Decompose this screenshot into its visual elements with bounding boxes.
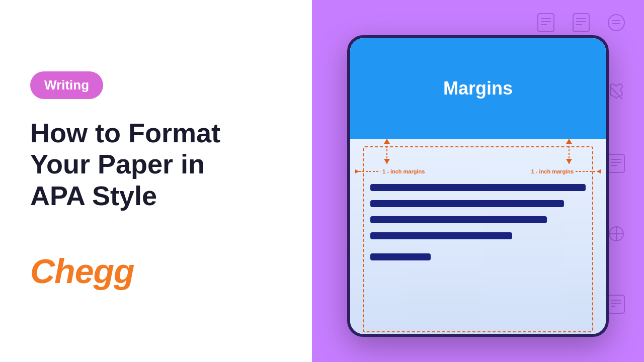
device-content: 1 - inch margins 1 - inch margins — [350, 139, 606, 337]
writing-badge: Writing — [30, 71, 103, 99]
content-line-5 — [370, 253, 431, 260]
title-line-1: How to Format — [30, 118, 220, 148]
device-mockup: Margins — [347, 35, 609, 337]
content-line-1 — [370, 184, 586, 191]
svg-marker-45 — [384, 139, 390, 144]
right-panel: Margins — [312, 0, 644, 362]
margin-arrows-row: 1 - inch margins 1 - inch margins — [350, 168, 606, 175]
bg-icon-1 — [533, 10, 558, 35]
svg-marker-48 — [566, 139, 572, 144]
svg-rect-4 — [573, 14, 589, 32]
svg-marker-53 — [597, 169, 601, 173]
v-arrow-left — [383, 139, 391, 164]
device-header: Margins — [350, 38, 606, 139]
svg-rect-0 — [538, 14, 554, 32]
left-margin-label: 1 - inch margins — [382, 168, 425, 174]
title-line-2: Your Paper in — [30, 149, 205, 179]
v-arrow-right — [565, 139, 573, 164]
content-line-4 — [370, 232, 512, 239]
svg-rect-40 — [608, 295, 624, 313]
svg-marker-46 — [384, 159, 390, 164]
right-margin-label: 1 - inch margins — [531, 168, 574, 174]
bg-icon-3 — [604, 10, 629, 35]
left-margin-group: 1 - inch margins — [355, 168, 425, 175]
chegg-logo: Chegg — [30, 251, 282, 291]
svg-rect-25 — [608, 154, 624, 172]
badge-text: Writing — [44, 77, 89, 93]
svg-marker-49 — [566, 159, 572, 164]
title-line-3: APA Style — [30, 180, 157, 211]
main-title: How to Format Your Paper in APA Style — [30, 117, 282, 211]
content-line-2 — [370, 200, 564, 207]
left-panel: Writing How to Format Your Paper in APA … — [0, 0, 312, 362]
bg-icon-2 — [569, 10, 594, 35]
content-line-3 — [370, 216, 547, 223]
margins-title: Margins — [443, 78, 513, 99]
svg-marker-51 — [355, 169, 359, 173]
right-margin-group: 1 - inch margins — [531, 168, 601, 175]
content-lines — [370, 184, 586, 260]
